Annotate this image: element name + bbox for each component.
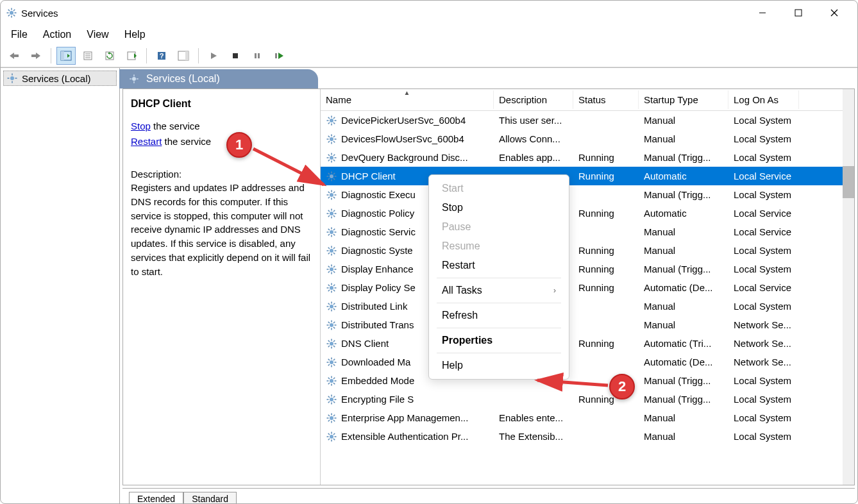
service-status xyxy=(573,417,639,419)
forward-button[interactable] xyxy=(26,47,46,65)
table-row[interactable]: Distributed Link ManualLocal System xyxy=(321,297,854,315)
ctx-alltasks[interactable]: All Tasks› xyxy=(429,281,569,300)
col-name[interactable]: ▲Name xyxy=(321,90,494,109)
export-button[interactable] xyxy=(122,47,141,65)
table-row[interactable]: DevicesFlowUserSvc_600b4Allows Conn...Ma… xyxy=(321,130,854,148)
ctx-help[interactable]: Help xyxy=(429,356,569,375)
table-row[interactable]: Display EnhanceRunningManual (Trigg...Lo… xyxy=(321,260,854,278)
ctx-refresh[interactable]: Refresh xyxy=(429,306,569,325)
gear-icon xyxy=(326,189,337,201)
stop-link[interactable]: Stop xyxy=(131,121,151,131)
table-row[interactable]: Distributed TransManualNetwork Se... xyxy=(321,315,854,334)
ctx-properties[interactable]: Properties xyxy=(429,331,569,350)
ctx-stop[interactable]: Stop xyxy=(429,198,569,217)
svg-line-190 xyxy=(328,401,330,403)
show-hide-action-button[interactable] xyxy=(174,47,193,65)
scrollbar-track[interactable] xyxy=(843,89,854,485)
service-name: DevicePickerUserSvc_600b4 xyxy=(341,115,466,126)
table-row[interactable]: Extensible Authentication Pr...The Exten… xyxy=(321,427,854,446)
service-startup: Automatic (De... xyxy=(639,355,728,369)
svg-marker-37 xyxy=(278,53,283,59)
context-menu: Start Stop Pause Resume Restart All Task… xyxy=(428,174,569,380)
scrollbar-thumb[interactable] xyxy=(843,166,854,198)
service-status: Running xyxy=(573,281,639,294)
svg-line-116 xyxy=(328,247,330,248)
service-name: DHCP Client xyxy=(341,171,396,181)
svg-rect-14 xyxy=(14,55,19,57)
service-status: Running xyxy=(573,151,639,164)
tab-standard[interactable]: Standard xyxy=(183,492,237,504)
table-row[interactable]: Diagnostic SysteRunningManualLocal Syste… xyxy=(321,241,854,260)
svg-rect-36 xyxy=(275,53,277,58)
service-name: Embedded Mode xyxy=(341,375,414,386)
service-logon: Local System xyxy=(728,132,799,146)
pause-button[interactable] xyxy=(248,47,267,65)
properties-button[interactable] xyxy=(78,47,97,65)
service-desc xyxy=(494,398,573,401)
restart-toolbar-button[interactable] xyxy=(269,47,289,65)
service-name: Distributed Trans xyxy=(341,319,414,330)
table-row[interactable]: DHCP ClientRunningAutomaticLocal Service xyxy=(321,167,854,185)
service-startup: Manual xyxy=(639,244,728,257)
tab-extended[interactable]: Extended xyxy=(129,492,183,504)
help-button[interactable]: ? xyxy=(152,47,171,65)
table-row[interactable]: Diagnostic ServicManualLocal Service xyxy=(321,223,854,241)
col-startup[interactable]: Startup Type xyxy=(639,90,728,109)
svg-line-98 xyxy=(328,210,330,211)
table-row[interactable]: DNS ClientRunningAutomatic (Tri...Networ… xyxy=(321,334,854,353)
table-row[interactable]: Enterprise App Managemen...Enables ente.… xyxy=(321,408,854,427)
col-status[interactable]: Status xyxy=(573,90,639,109)
service-startup: Automatic (Tri... xyxy=(639,337,728,350)
svg-point-192 xyxy=(330,416,333,420)
service-logon: Local Service xyxy=(728,225,799,239)
gear-icon xyxy=(326,282,337,294)
ctx-restart[interactable]: Restart xyxy=(429,256,569,275)
back-button[interactable] xyxy=(4,47,24,65)
svg-rect-33 xyxy=(233,53,238,58)
svg-line-143 xyxy=(328,303,330,304)
gear-icon xyxy=(326,394,337,405)
menu-view[interactable]: View xyxy=(80,26,115,43)
service-status: Running xyxy=(573,262,639,276)
service-startup: Manual (Trigg... xyxy=(639,392,728,406)
start-button[interactable] xyxy=(204,47,223,65)
table-row[interactable]: Encrypting File SRunningManual (Trigg...… xyxy=(321,390,854,408)
service-logon: Local System xyxy=(728,188,799,201)
col-description[interactable]: Description xyxy=(494,90,573,109)
table-row[interactable]: Embedded ModeManual (Trigg...Local Syste… xyxy=(321,371,854,390)
table-row[interactable]: DevQuery Background Disc...Enables app..… xyxy=(321,148,854,167)
table-row[interactable]: Diagnostic PolicyRunningAutomaticLocal S… xyxy=(321,204,854,223)
table-row[interactable]: Display Policy SeRunningAutomatic (De...… xyxy=(321,278,854,297)
svg-line-56 xyxy=(333,117,335,118)
menu-file[interactable]: File xyxy=(4,26,34,43)
svg-line-107 xyxy=(328,228,330,230)
detail-title: DHCP Client xyxy=(131,98,312,110)
svg-line-161 xyxy=(328,340,330,341)
menu-action[interactable]: Action xyxy=(37,26,78,43)
tree-root[interactable]: Services (Local) xyxy=(3,71,117,86)
svg-line-162 xyxy=(333,346,335,347)
service-startup: Manual (Trigg... xyxy=(639,374,728,387)
service-logon: Local Service xyxy=(728,281,799,294)
service-startup: Manual (Trigg... xyxy=(639,262,728,276)
service-name: Enterprise App Managemen... xyxy=(341,412,468,423)
show-hide-tree-button[interactable] xyxy=(56,47,76,65)
refresh-button[interactable] xyxy=(100,47,119,65)
svg-line-89 xyxy=(328,191,330,192)
svg-line-153 xyxy=(333,327,335,328)
svg-line-207 xyxy=(333,439,335,440)
svg-line-135 xyxy=(333,290,335,291)
maximize-button[interactable] xyxy=(780,1,816,25)
close-button[interactable] xyxy=(816,1,852,25)
table-row[interactable]: Downloaded MaAutomatic (De...Network Se.… xyxy=(321,353,854,371)
restart-link[interactable]: Restart xyxy=(131,136,162,147)
service-logon: Network Se... xyxy=(728,337,799,350)
table-row[interactable]: Diagnostic ExecuManual (Trigg...Local Sy… xyxy=(321,185,854,204)
ctx-pause: Pause xyxy=(429,217,569,237)
minimize-button[interactable] xyxy=(744,1,780,25)
col-logon[interactable]: Log On As xyxy=(728,90,799,109)
stop-button[interactable] xyxy=(226,47,245,65)
svg-line-155 xyxy=(333,321,335,323)
table-row[interactable]: DevicePickerUserSvc_600b4This user ser..… xyxy=(321,111,854,130)
menu-help[interactable]: Help xyxy=(118,26,152,43)
